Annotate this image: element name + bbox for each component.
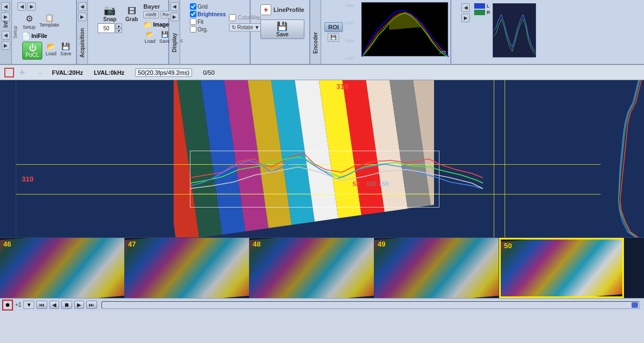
fv-line-l — [493, 15, 536, 53]
thumb-47[interactable]: 47 — [125, 238, 250, 298]
thumb-46[interactable]: 46 — [0, 238, 125, 298]
thumb-48[interactable]: 48 — [250, 238, 374, 298]
thumb-49[interactable]: 49 — [374, 238, 499, 298]
timeline-scrollbar[interactable] — [101, 301, 640, 309]
setup-btn[interactable]: ⚙ Setup — [22, 12, 37, 31]
tick-1997: 1997 — [345, 56, 361, 61]
right-waveform-panel — [601, 80, 644, 237]
toolbar: ID Info. ◀ ▶ Setup ◀ ▶ ⚙ Setup — [0, 0, 644, 65]
fps-info: 50(20.3fps/49.2ms) — [135, 68, 192, 77]
org-item[interactable]: Org. — [190, 26, 226, 33]
setup-nav-left[interactable]: ◀ — [17, 2, 26, 11]
template-icon: 📋 — [45, 14, 54, 22]
fval-text: FVAL:20Hz — [52, 69, 83, 76]
selection-tool[interactable] — [4, 68, 14, 77]
legend-l-label: L — [487, 3, 489, 9]
counter-dropdown[interactable]: ▼ — [23, 301, 34, 309]
spin-up[interactable]: ▲ — [116, 23, 122, 28]
play-skip-start[interactable]: ⏮ — [36, 301, 47, 309]
histogram-display: 7989 5991 3994 1997 — [345, 2, 448, 62]
tick-5991: 5991 — [345, 21, 361, 25]
grid-check[interactable] — [190, 3, 196, 10]
setup-save-btn[interactable]: 💾 Save — [59, 41, 73, 60]
thumb-47-canvas — [125, 238, 249, 298]
snap-label: Snap — [103, 16, 116, 22]
acq-nav-left[interactable]: ◀ — [78, 2, 87, 11]
imagefile-load-btn[interactable]: 📂 Load — [143, 30, 156, 45]
crosshair-tool[interactable]: ✛ — [16, 67, 28, 79]
fullview-waveform — [493, 3, 536, 57]
play-prev[interactable]: ◀ — [49, 301, 59, 309]
lineprofile-add-btn[interactable]: + — [260, 4, 271, 15]
grab-label: Grab — [125, 16, 138, 22]
encoder-section: ◀ ▶ Encoder — [310, 0, 321, 64]
org-check[interactable] — [190, 26, 196, 33]
thumbnail-strip: 46 47 48 49 50 — [0, 237, 644, 298]
play-stop[interactable]: ⏹ — [61, 301, 72, 309]
thumb-49-num: 49 — [378, 240, 385, 248]
x-axis-255: 255 — [439, 50, 446, 55]
play-skip-end[interactable]: ⏭ — [86, 301, 97, 309]
brightness-label: Brightness — [197, 11, 226, 17]
snap-value-wrap: ▲ ▼ — [98, 23, 122, 33]
snap-btn[interactable]: 📷 Snap — [102, 3, 117, 23]
record-icon: ⏺ — [5, 302, 10, 308]
display-nav-left[interactable]: ◀ — [170, 2, 179, 11]
snap-value-input[interactable] — [98, 23, 115, 33]
colormap-check[interactable] — [229, 14, 236, 21]
pocl-btn[interactable]: ⏻ PoCL — [22, 42, 42, 60]
nav-expand-right[interactable]: ▶ — [2, 41, 10, 50]
hist-save-icon: 💾 — [330, 35, 336, 40]
brightness-item[interactable]: Brightness — [190, 11, 226, 17]
status-sep: - — [39, 69, 41, 76]
template-btn[interactable]: 📋 Template — [39, 12, 61, 31]
histogram-save-btn[interactable]: 💾 — [328, 33, 339, 42]
legend-l-color — [474, 3, 485, 9]
grab-btn[interactable]: 🎞 Grab — [124, 5, 139, 23]
awb-btn[interactable]: AWB — [143, 11, 158, 18]
val-100: 100 — [366, 180, 376, 187]
thumb-46-num: 46 — [3, 240, 11, 248]
lineprofile-save-btn[interactable]: 💾 Save — [260, 20, 304, 39]
grid-checkbox[interactable]: Grid — [190, 3, 226, 10]
setup-nav-right[interactable]: ▶ — [27, 2, 36, 11]
display-nav-right[interactable]: ▶ — [170, 12, 179, 21]
rotate-icon: ↻ — [232, 24, 236, 30]
display-controls: Grid Brightness Fit Org. — [180, 0, 251, 64]
statusbar: ✛ - FVAL:20Hz LVAL:0kHz 50(20.3fps/49.2m… — [0, 65, 644, 80]
waveform-overlay — [190, 134, 494, 216]
play-next[interactable]: ▶ — [74, 301, 84, 309]
right-waveform-svg — [601, 80, 644, 237]
thumb-47-num: 47 — [128, 240, 136, 248]
histogram-chart: 255 — [361, 2, 448, 56]
encoder-nav-right[interactable]: ▶ — [1, 12, 10, 21]
legend-r-color — [474, 10, 485, 15]
record-btn[interactable]: ⏺ — [2, 300, 13, 310]
fv-line-r — [493, 19, 536, 55]
fit-item[interactable]: Fit — [190, 18, 226, 25]
display-section-label: ◀ ▶ Display — [169, 0, 180, 64]
fit-check[interactable] — [190, 18, 196, 25]
thumb-50[interactable]: 50 — [499, 238, 624, 298]
acq-nav-right[interactable]: ▶ — [78, 12, 87, 21]
grid-brightness-col: Grid Brightness Fit Org. — [190, 3, 226, 33]
bottom-controls-bar: ⏺ +1 ▼ ⏮ ◀ ⏹ ▶ ⏭ — [0, 298, 644, 311]
roi-btn[interactable]: ROI — [324, 22, 343, 32]
fullview-legend: L R — [474, 3, 490, 57]
setup-load-btn[interactable]: 📂 Load — [44, 41, 58, 60]
hist-peak-green — [389, 13, 422, 30]
fullview-svg — [493, 4, 536, 57]
inifile-icon: 📄 — [22, 32, 30, 40]
encoder-nav-left[interactable]: ◀ — [1, 2, 10, 11]
nav-collapse-left[interactable]: ◀ — [2, 31, 10, 40]
scrollbar-thumb[interactable] — [632, 302, 638, 308]
main-area: 319 310 52 100 159 — [0, 80, 644, 237]
setup-content: ◀ ▶ ⚙ Setup 📋 Template 📄 — [22, 2, 73, 62]
brightness-check[interactable] — [190, 11, 196, 17]
fullview-section: ◀ ▶ L R — [451, 0, 527, 64]
fullview-nav-right[interactable]: ▶ — [461, 14, 470, 22]
fullview-nav-left[interactable]: ◀ — [461, 3, 470, 12]
folder-icon: 📁 — [143, 21, 152, 29]
spin-down[interactable]: ▼ — [116, 28, 122, 33]
inifile-label: IniFile — [31, 33, 47, 39]
